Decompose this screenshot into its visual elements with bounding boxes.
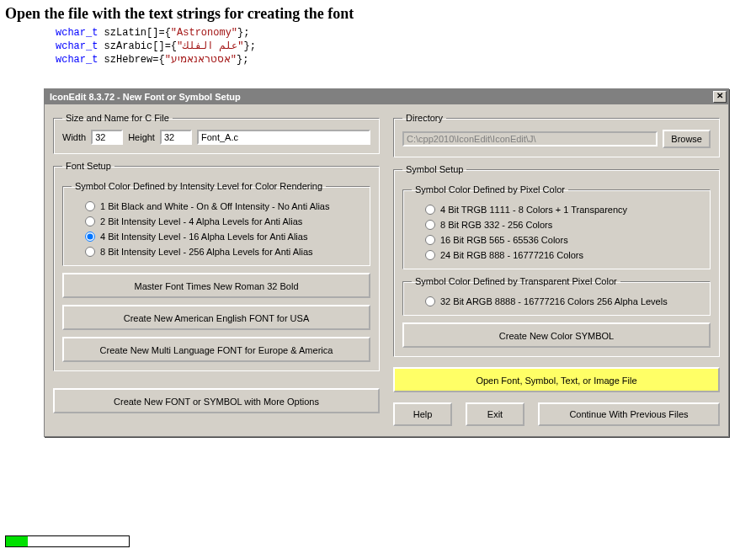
create-english-font-button[interactable]: Create New American English FONT for USA (62, 305, 370, 330)
radio-label: 32 Bit ARGB 8888 - 16777216 Colors 256 A… (440, 296, 668, 306)
radio-label: 1 Bit Black and White - On & Off Intensi… (100, 201, 329, 211)
radio-label: 2 Bit Intensity Level - 4 Alpha Levels f… (100, 216, 302, 226)
directory-group: Directory Browse (393, 113, 720, 157)
radio-label: 8 Bit RGB 332 - 256 Colors (440, 220, 552, 230)
progress-bar (5, 535, 130, 547)
create-multi-lang-font-button[interactable]: Create New Multi Language FONT for Europ… (62, 337, 370, 362)
pixel-color-legend: Symbol Color Defined by Pixel Color (412, 184, 568, 194)
radio-label: 24 Bit RGB 888 - 16777216 Colors (440, 250, 583, 260)
radio-pixel-1[interactable]: 8 Bit RGB 332 - 256 Colors (425, 220, 701, 230)
width-label: Width (62, 132, 86, 142)
radio-input[interactable] (425, 235, 435, 245)
radio-input[interactable] (425, 250, 435, 260)
filename-input[interactable] (197, 130, 370, 145)
string-literal: "علم الفلك" (177, 40, 243, 52)
keyword: wchar_t (56, 27, 98, 39)
keyword: wchar_t (56, 54, 98, 66)
radio-pixel-0[interactable]: 4 Bit TRGB 1111 - 8 Colors + 1 Transpare… (425, 205, 701, 215)
titlebar: IconEdit 8.3.72 - New Font or Symbol Set… (45, 89, 728, 104)
radio-label: 4 Bit Intensity Level - 16 Alpha Levels … (100, 232, 307, 242)
radio-intensity-3[interactable]: 8 Bit Intensity Level - 256 Alpha Levels… (85, 247, 361, 257)
radio-label: 4 Bit TRGB 1111 - 8 Colors + 1 Transpare… (440, 205, 627, 215)
radio-input[interactable] (85, 201, 95, 211)
intensity-group: Symbol Color Defined by Intensity Level … (62, 181, 370, 266)
radio-label: 8 Bit Intensity Level - 256 Alpha Levels… (100, 247, 313, 257)
radio-pixel-2[interactable]: 16 Bit RGB 565 - 65536 Colors (425, 235, 701, 245)
symbol-setup-legend: Symbol Setup (402, 164, 466, 174)
master-font-button[interactable]: Master Font Times New Roman 32 Bold (62, 273, 370, 298)
pixel-color-group: Symbol Color Defined by Pixel Color 4 Bi… (402, 184, 711, 269)
radio-input[interactable] (85, 216, 95, 226)
radio-input[interactable] (425, 205, 435, 215)
close-button[interactable]: ✕ (713, 91, 727, 103)
transparent-color-legend: Symbol Color Defined by Transparent Pixe… (412, 276, 620, 286)
directory-path (402, 131, 658, 146)
height-label: Height (128, 132, 155, 142)
size-name-group: Size and Name for C File Width Height (53, 113, 380, 154)
exit-button[interactable]: Exit (466, 402, 524, 426)
string-literal: "אסטראנאמיע" (165, 54, 237, 66)
radio-input[interactable] (425, 220, 435, 230)
more-options-button[interactable]: Create New FONT or SYMBOL with More Opti… (53, 388, 380, 413)
intensity-radio-list: 1 Bit Black and White - On & Off Intensi… (72, 201, 361, 257)
size-name-legend: Size and Name for C File (62, 113, 173, 123)
radio-argb-8888[interactable]: 32 Bit ARGB 8888 - 16777216 Colors 256 A… (425, 296, 701, 306)
width-input[interactable] (91, 130, 123, 145)
radio-intensity-0[interactable]: 1 Bit Black and White - On & Off Intensi… (85, 201, 361, 211)
progress-fill (6, 536, 28, 546)
radio-input[interactable] (85, 232, 95, 242)
transparent-color-group: Symbol Color Defined by Transparent Pixe… (402, 276, 711, 316)
dialog-title: IconEdit 8.3.72 - New Font or Symbol Set… (50, 92, 241, 102)
radio-label: 16 Bit RGB 565 - 65536 Colors (440, 235, 568, 245)
pixel-radio-list: 4 Bit TRGB 1111 - 8 Colors + 1 Transpare… (412, 205, 701, 260)
radio-intensity-1[interactable]: 2 Bit Intensity Level - 4 Alpha Levels f… (85, 216, 361, 226)
directory-legend: Directory (402, 113, 446, 123)
close-icon: ✕ (716, 91, 723, 100)
dialog-window: IconEdit 8.3.72 - New Font or Symbol Set… (44, 88, 729, 437)
symbol-setup-group: Symbol Setup Symbol Color Defined by Pix… (393, 164, 720, 357)
string-literal: "Astronomy" (171, 27, 237, 39)
continue-button[interactable]: Continue With Previous Files (538, 402, 720, 426)
radio-pixel-3[interactable]: 24 Bit RGB 888 - 16777216 Colors (425, 250, 701, 260)
keyword: wchar_t (56, 40, 98, 52)
create-symbol-button[interactable]: Create New Color SYMBOL (402, 322, 711, 348)
radio-input[interactable] (425, 296, 435, 306)
font-setup-group: Font Setup Symbol Color Defined by Inten… (53, 161, 380, 371)
radio-input[interactable] (85, 247, 95, 257)
font-setup-legend: Font Setup (62, 161, 114, 171)
radio-intensity-2[interactable]: 4 Bit Intensity Level - 16 Alpha Levels … (85, 232, 361, 242)
help-button[interactable]: Help (393, 402, 452, 426)
height-input[interactable] (160, 130, 192, 145)
page-heading: Open the file with the text strings for … (5, 5, 756, 23)
browse-button[interactable]: Browse (663, 130, 711, 148)
open-file-button[interactable]: Open Font, Symbol, Text, or Image File (393, 367, 720, 392)
code-snippet: wchar_t szLatin[]={"Astronomy"}; wchar_t… (56, 26, 756, 67)
intensity-legend: Symbol Color Defined by Intensity Level … (72, 181, 326, 191)
